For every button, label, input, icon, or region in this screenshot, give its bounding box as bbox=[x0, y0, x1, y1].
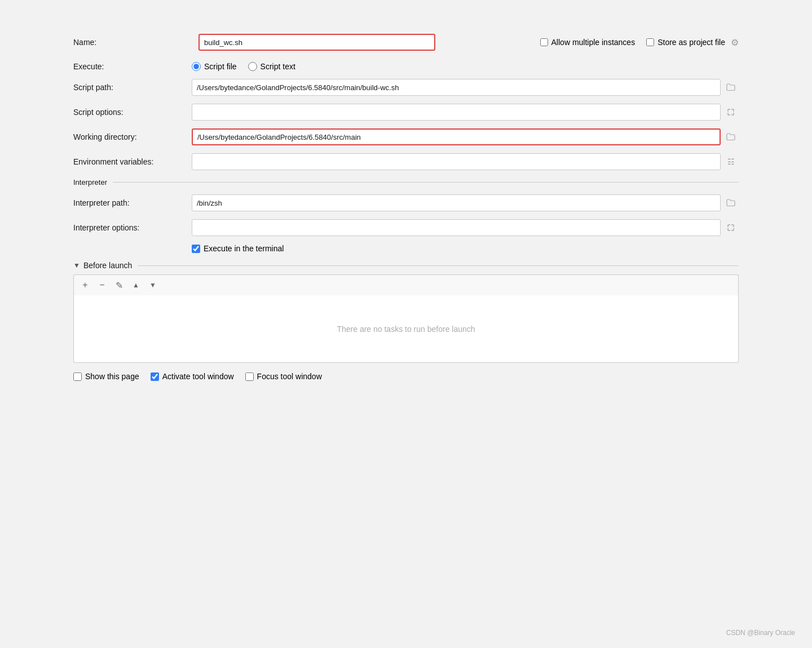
move-down-btn[interactable]: ▼ bbox=[146, 278, 160, 292]
script-options-row: Script options: bbox=[73, 104, 739, 121]
store-project-checkbox[interactable] bbox=[646, 38, 654, 46]
execute-terminal-section: Execute in the terminal bbox=[192, 244, 739, 253]
working-directory-folder-btn[interactable] bbox=[723, 129, 739, 145]
interpreter-divider-line bbox=[113, 182, 739, 183]
working-directory-row: Working directory: bbox=[73, 128, 739, 145]
focus-tool-label: Focus tool window bbox=[257, 372, 322, 381]
interpreter-section-label: Interpreter bbox=[73, 178, 107, 187]
before-launch-divider-line bbox=[138, 265, 739, 266]
focus-tool-checkbox[interactable] bbox=[245, 372, 254, 381]
before-launch-header: ▼ Before launch bbox=[73, 261, 739, 270]
working-directory-control bbox=[192, 128, 739, 145]
script-path-control bbox=[192, 79, 739, 96]
script-options-input[interactable] bbox=[192, 104, 721, 121]
show-page-option[interactable]: Show this page bbox=[73, 372, 139, 381]
name-label: Name: bbox=[73, 38, 192, 47]
store-project-option[interactable]: Store as project file ⚙ bbox=[646, 37, 739, 48]
interpreter-path-label: Interpreter path: bbox=[73, 198, 192, 207]
working-directory-label: Working directory: bbox=[73, 132, 192, 141]
script-path-row: Script path: bbox=[73, 79, 739, 96]
activate-tool-checkbox[interactable] bbox=[151, 372, 159, 381]
interpreter-options-row: Interpreter options: bbox=[73, 219, 739, 236]
remove-task-btn[interactable]: − bbox=[95, 278, 109, 292]
script-file-option[interactable]: Script file bbox=[192, 62, 237, 71]
script-file-radio[interactable] bbox=[192, 62, 201, 71]
execute-label: Execute: bbox=[73, 62, 192, 71]
activate-tool-label: Activate tool window bbox=[162, 372, 234, 381]
env-vars-row: Environment variables: ☷ bbox=[73, 153, 739, 170]
working-directory-input[interactable] bbox=[192, 128, 721, 145]
interpreter-options-input[interactable] bbox=[192, 219, 721, 236]
before-launch-label: Before launch bbox=[83, 261, 132, 270]
interpreter-options-label: Interpreter options: bbox=[73, 223, 192, 232]
show-page-checkbox[interactable] bbox=[73, 372, 82, 381]
empty-tasks-message: There are no tasks to run before launch bbox=[337, 325, 475, 334]
execute-terminal-label: Execute in the terminal bbox=[204, 244, 284, 253]
execute-radio-group: Script file Script text bbox=[192, 62, 739, 71]
interpreter-path-control bbox=[192, 194, 739, 211]
right-options: Allow multiple instances Store as projec… bbox=[540, 37, 739, 48]
interpreter-path-input[interactable] bbox=[192, 194, 721, 211]
move-up-btn[interactable]: ▲ bbox=[129, 278, 143, 292]
before-launch-content: There are no tasks to run before launch bbox=[73, 295, 739, 363]
script-text-option[interactable]: Script text bbox=[248, 62, 295, 71]
activate-tool-option[interactable]: Activate tool window bbox=[151, 372, 234, 381]
bottom-row: Show this page Activate tool window Focu… bbox=[73, 372, 739, 381]
interpreter-options-expand-btn[interactable] bbox=[723, 220, 739, 236]
show-page-label: Show this page bbox=[85, 372, 139, 381]
watermark: CSDN @Binary Oracle bbox=[726, 629, 795, 637]
script-options-label: Script options: bbox=[73, 108, 192, 117]
script-text-label: Script text bbox=[261, 62, 295, 71]
focus-tool-option[interactable]: Focus tool window bbox=[245, 372, 322, 381]
interpreter-path-row: Interpreter path: bbox=[73, 194, 739, 211]
interpreter-divider: Interpreter bbox=[73, 178, 739, 187]
run-config-dialog: Name: Allow multiple instances Store as … bbox=[56, 17, 756, 392]
script-text-radio[interactable] bbox=[248, 62, 257, 71]
env-vars-expand-btn[interactable]: ☷ bbox=[723, 154, 739, 170]
script-path-folder-btn[interactable] bbox=[723, 79, 739, 95]
before-launch-section: ▼ Before launch + − ✎ ▲ ▼ There are no t… bbox=[73, 261, 739, 363]
edit-task-btn[interactable]: ✎ bbox=[112, 278, 126, 292]
name-input[interactable] bbox=[198, 34, 435, 51]
store-project-label: Store as project file bbox=[657, 38, 725, 47]
add-task-btn[interactable]: + bbox=[78, 278, 92, 292]
env-vars-label: Environment variables: bbox=[73, 157, 192, 166]
name-section: Name: bbox=[73, 34, 435, 51]
script-options-control bbox=[192, 104, 739, 121]
gear-icon[interactable]: ⚙ bbox=[731, 37, 739, 48]
collapse-arrow-icon[interactable]: ▼ bbox=[73, 261, 80, 269]
env-vars-input[interactable] bbox=[192, 153, 721, 170]
execute-terminal-option[interactable]: Execute in the terminal bbox=[192, 244, 739, 253]
allow-multiple-label: Allow multiple instances bbox=[551, 38, 636, 47]
allow-multiple-checkbox[interactable] bbox=[540, 38, 548, 46]
interpreter-path-folder-btn[interactable] bbox=[723, 195, 739, 211]
allow-multiple-option[interactable]: Allow multiple instances bbox=[540, 38, 636, 47]
env-vars-control: ☷ bbox=[192, 153, 739, 170]
before-launch-toolbar: + − ✎ ▲ ▼ bbox=[73, 274, 739, 295]
header-row: Name: Allow multiple instances Store as … bbox=[73, 34, 739, 51]
script-path-input[interactable] bbox=[192, 79, 721, 96]
interpreter-options-control bbox=[192, 219, 739, 236]
script-path-label: Script path: bbox=[73, 83, 192, 92]
script-options-expand-btn[interactable] bbox=[723, 104, 739, 120]
execute-terminal-checkbox[interactable] bbox=[192, 245, 200, 253]
execute-row: Execute: Script file Script text bbox=[73, 62, 739, 71]
script-file-label: Script file bbox=[204, 62, 237, 71]
